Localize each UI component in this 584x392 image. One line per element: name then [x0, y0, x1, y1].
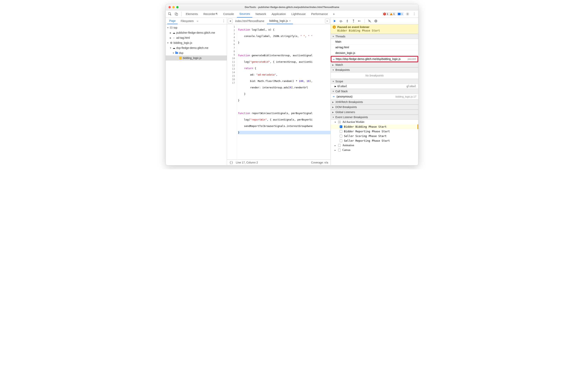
step-icon[interactable] — [358, 19, 362, 23]
tree-origin-publisher[interactable]: ▶☁publisher-fledge-demo.glitch.me — [166, 30, 227, 35]
evl-group-adauction[interactable]: ▼Ad Auction Worklet — [331, 120, 418, 124]
current-frame-pointer-icon: ➔ — [333, 95, 335, 98]
nav-forward-icon[interactable]: ▶ — [325, 19, 330, 23]
tab-performance[interactable]: Performance — [309, 10, 330, 18]
step-into-icon[interactable] — [345, 19, 349, 23]
svg-rect-10 — [376, 20, 376, 22]
no-breakpoints-label: No breakpoints — [331, 72, 418, 79]
checkbox-icon[interactable] — [338, 144, 341, 147]
evl-bidder-reporting-start[interactable]: Bidder Reporting Phase Start — [331, 129, 418, 134]
section-threads[interactable]: ▼Threads — [331, 34, 418, 39]
thread-main[interactable]: Main — [331, 39, 418, 44]
step-over-icon[interactable] — [339, 19, 343, 23]
editor-statusbar: {} Line 17, Column 2 Coverage: n/a — [227, 160, 331, 165]
checkbox-icon[interactable] — [340, 130, 342, 133]
inspect-element-icon[interactable] — [167, 11, 173, 17]
error-badge[interactable]: ×1 1 — [382, 12, 396, 16]
svg-rect-2 — [176, 14, 178, 16]
current-thread-pointer-icon: ➔ — [333, 58, 335, 61]
checkbox-icon[interactable] — [340, 139, 342, 142]
close-tab-icon[interactable]: × — [289, 19, 291, 22]
debugger-body: ▼Threads Main ad-tag.html decision_logic… — [331, 34, 418, 165]
callstack-frame[interactable]: ➔ (anonymous) bidding_logic.js:17 — [331, 94, 418, 100]
tree-top[interactable]: ▼top — [166, 25, 227, 30]
editor-tab-bidding[interactable]: bidding_logic.js× — [267, 18, 293, 24]
evl-seller-reporting-start[interactable]: Seller Reporting Phase Start — [331, 138, 418, 143]
step-out-icon[interactable] — [351, 19, 356, 23]
nav-back-icon[interactable]: ◀ — [228, 19, 232, 23]
deactivate-breakpoints-icon[interactable] — [368, 19, 372, 23]
resume-icon[interactable] — [333, 19, 337, 23]
tree-worklet[interactable]: ▼⚙bidding_logic.js — [166, 40, 227, 45]
thread-bidding-highlighted[interactable]: ➔ https://dsp-fledge-demo.glitch.me/dsp/… — [331, 56, 418, 62]
pause-exceptions-icon[interactable] — [374, 19, 378, 23]
section-breakpoints[interactable]: ▼Breakpoints — [331, 67, 418, 72]
checkbox-mixed-icon[interactable] — [338, 121, 341, 124]
settings-icon[interactable] — [405, 11, 411, 17]
tree-origin-dsp[interactable]: ▼☁dsp-fledge-demo.glitch.me — [166, 45, 227, 50]
code-editor[interactable]: 1234567891011121314151617 function log(l… — [227, 24, 331, 160]
main-tabstrip: Elements Recorder ⚗ Console Sources Netw… — [166, 10, 418, 18]
devtools-window: DevTools - publisher-fledge-demo.glitch.… — [165, 4, 419, 166]
svg-point-6 — [353, 22, 354, 22]
editor-tab-index[interactable]: index.html?fencedframe — [233, 18, 267, 24]
callstack-location: bidding_logic.js:17 — [396, 95, 416, 98]
thread-decision[interactable]: decision_logic.js — [331, 50, 418, 56]
cloud-icon: ☁ — [172, 31, 175, 34]
titlebar: DevTools - publisher-fledge-demo.glitch.… — [166, 4, 418, 10]
evl-bidder-bidding-start[interactable]: Bidder Bidding Phase Start — [331, 124, 418, 129]
scope-global[interactable]: ▶Globalglobal — [331, 84, 418, 89]
file-tree: ▼top ▶☁publisher-fledge-demo.glitch.me ▶… — [166, 24, 227, 165]
section-callstack[interactable]: ▼Call Stack — [331, 89, 418, 94]
more-sidebar-tabs-icon[interactable]: » — [197, 20, 198, 22]
tab-network[interactable]: Network — [253, 10, 268, 18]
tree-folder-dsp[interactable]: ▼dsp — [166, 50, 227, 56]
checkbox-icon[interactable] — [338, 149, 341, 152]
tab-elements[interactable]: Elements — [183, 10, 200, 18]
section-global-listeners[interactable]: ▶Global Listeners — [331, 110, 418, 115]
tab-console[interactable]: Console — [221, 10, 236, 18]
evl-seller-scoring-start[interactable]: Seller Scoring Phase Start — [331, 134, 418, 138]
svg-point-7 — [358, 21, 359, 21]
tab-recorder[interactable]: Recorder ⚗ — [201, 10, 220, 18]
tab-sources[interactable]: Sources — [237, 10, 252, 18]
more-tabs-icon[interactable]: » — [331, 11, 337, 17]
checkbox-checked-icon[interactable] — [340, 125, 342, 128]
pretty-print-icon[interactable]: {} — [229, 160, 233, 164]
section-scope[interactable]: ▼Scope — [331, 79, 418, 84]
document-icon: ▫ — [172, 36, 175, 39]
folder-icon — [175, 52, 178, 54]
sidebar-tabs: Page Filesystem » ⋮ — [166, 18, 227, 24]
svg-rect-9 — [375, 20, 376, 22]
evl-group-canvas[interactable]: ▶Canvas — [331, 148, 418, 152]
paused-banner: iPaused on event listener Bidder Bidding… — [331, 24, 418, 34]
issue-icon — [398, 13, 401, 15]
svg-point-5 — [347, 22, 348, 22]
thread-label: https://dsp-fledge-demo.glitch.me/dsp/bi… — [336, 58, 401, 60]
thread-adtag[interactable]: ad-tag.html — [331, 44, 418, 50]
sidebar-kebab-icon[interactable]: ⋮ — [222, 19, 225, 23]
tree-file-bidding[interactable]: bidding_logic.js — [166, 56, 227, 60]
navigator-sidebar: Page Filesystem » ⋮ ▼top ▶☁publisher-fle… — [166, 18, 227, 165]
callstack-fn: (anonymous) — [337, 95, 353, 98]
warning-icon — [390, 13, 393, 15]
evl-group-animation[interactable]: ▶Animation — [331, 143, 418, 148]
tab-lighthouse[interactable]: Lighthouse — [289, 10, 308, 18]
cursor-position: Line 17, Column 2 — [236, 161, 258, 164]
code-content[interactable]: function log(label, o) { console.log(lab… — [237, 24, 331, 160]
sidebar-tab-filesystem[interactable]: Filesystem — [179, 18, 196, 24]
section-watch[interactable]: ▶Watch — [331, 62, 418, 67]
device-toggle-icon[interactable] — [173, 11, 179, 17]
section-dom[interactable]: ▶DOM Breakpoints — [331, 104, 418, 110]
tab-application[interactable]: Application — [269, 10, 288, 18]
error-icon: × — [383, 13, 386, 16]
sidebar-tab-page[interactable]: Page — [167, 18, 178, 24]
svg-point-4 — [340, 22, 341, 22]
checkbox-icon[interactable] — [340, 135, 342, 138]
tree-file-adtag[interactable]: ▶▫ad-tag.html — [166, 35, 227, 40]
kebab-menu-icon[interactable]: ⋮ — [411, 11, 417, 17]
section-event-listener-bp[interactable]: ▼Event Listener Breakpoints — [331, 115, 418, 120]
issues-badge[interactable]: 1 — [397, 12, 404, 16]
section-xhr[interactable]: ▶XHR/fetch Breakpoints — [331, 100, 418, 104]
frame-icon — [170, 27, 172, 28]
